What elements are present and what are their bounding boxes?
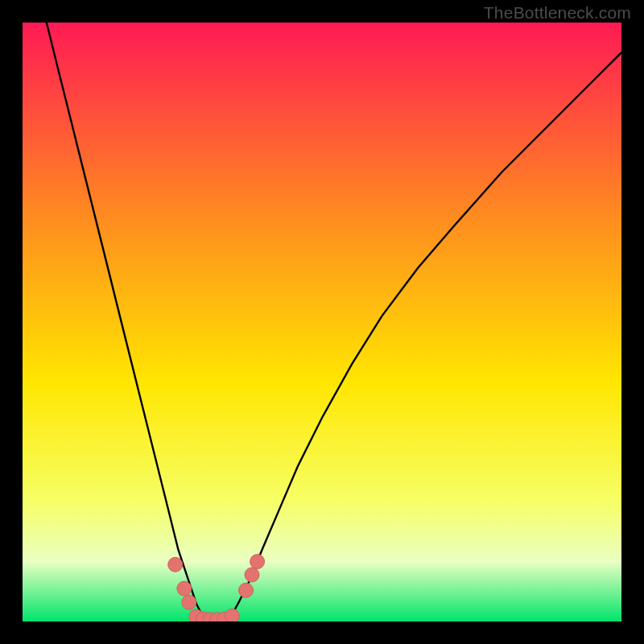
data-marker — [225, 609, 239, 621]
gradient-background — [23, 23, 621, 621]
data-marker — [182, 595, 196, 609]
bottleneck-curve-chart — [23, 23, 621, 621]
data-marker — [250, 555, 265, 569]
data-marker — [239, 583, 254, 597]
chart-frame: TheBottleneck.com — [0, 0, 644, 644]
plot-area — [23, 23, 621, 621]
data-marker — [177, 581, 192, 596]
watermark-text: TheBottleneck.com — [484, 3, 631, 23]
data-marker — [245, 568, 259, 582]
data-marker — [168, 557, 183, 572]
